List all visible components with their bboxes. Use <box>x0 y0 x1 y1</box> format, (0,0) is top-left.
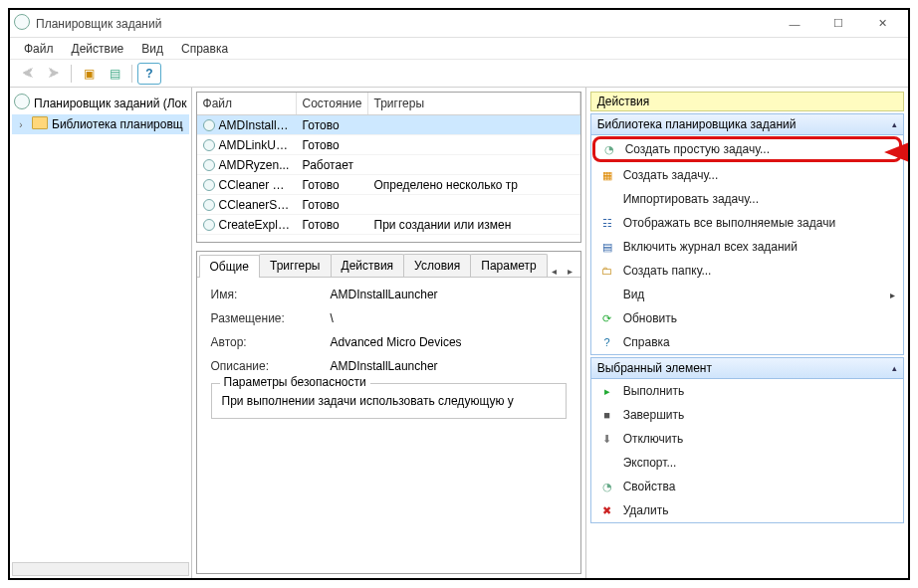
value-author: Advanced Micro Devices <box>331 335 462 349</box>
action-label: Отключить <box>623 432 684 446</box>
action-label: Отображать все выполняемые задачи <box>623 216 836 230</box>
close-button[interactable]: ✕ <box>860 10 904 38</box>
action-экспорт-[interactable]: Экспорт... <box>591 451 903 475</box>
collapse-icon: ▴ <box>892 363 897 373</box>
col-file[interactable]: Файл <box>197 93 297 114</box>
task-icon <box>203 199 215 211</box>
task-icon <box>203 139 215 151</box>
action-label: Завершить <box>623 408 685 422</box>
action-label: Экспорт... <box>623 456 677 470</box>
action-label: Вид <box>623 288 645 301</box>
action-label: Обновить <box>623 311 677 325</box>
task-details: Общие Триггеры Действия Условия Параметр… <box>196 251 581 574</box>
tree-root[interactable]: Планировщик заданий (Лок <box>12 92 189 114</box>
actions-pane-title: Действия <box>590 92 904 111</box>
value-name: AMDInstallLauncher <box>331 288 438 301</box>
action-обновить[interactable]: ⟳Обновить <box>591 306 903 330</box>
maximize-button[interactable]: ☐ <box>816 10 860 38</box>
refresh-icon: ⟳ <box>599 310 615 326</box>
action-создать-папку-[interactable]: 🗀Создать папку... <box>591 259 903 283</box>
chevron-right-icon: ▸ <box>890 290 895 300</box>
action-label: Импортировать задачу... <box>623 192 759 206</box>
toolbar-help-icon[interactable]: ? <box>137 63 161 85</box>
tree-library-label: Библиотека планировщ <box>52 117 183 131</box>
nav-tree[interactable]: Планировщик заданий (Лок › Библиотека пл… <box>10 88 192 578</box>
titlebar: Планировщик заданий — ☐ ✕ <box>10 10 908 38</box>
tab-scroll-left-icon[interactable]: ◂ <box>547 266 563 277</box>
blank-icon <box>599 191 615 207</box>
clock-icon: ◔ <box>599 479 615 494</box>
blank-icon <box>599 455 615 471</box>
security-legend: Параметры безопасности <box>220 375 370 389</box>
tab-triggers[interactable]: Триггеры <box>259 254 332 277</box>
action-включить-журнал-всех-заданий[interactable]: ▤Включить журнал всех заданий <box>591 235 903 259</box>
actions-section-selected[interactable]: Выбранный элемент ▴ <box>590 357 904 379</box>
action-выполнить[interactable]: ▸Выполнить <box>591 379 903 403</box>
back-button[interactable]: ⮜ <box>16 63 40 85</box>
clock-icon: ◔ <box>601 141 617 157</box>
action-label: Свойства <box>623 480 676 493</box>
task-icon <box>203 179 215 191</box>
action-отображать-все-выполняемые-задачи[interactable]: ☷Отображать все выполняемые задачи <box>591 211 903 235</box>
chevron-right-icon[interactable]: › <box>14 119 28 130</box>
tab-actions[interactable]: Действия <box>331 254 405 277</box>
action-отключить[interactable]: ⬇Отключить <box>591 427 903 451</box>
actions-section-selected-label: Выбранный элемент <box>597 361 712 375</box>
list-icon: ☷ <box>599 215 615 231</box>
action-label: Создать простую задачу... <box>625 142 770 156</box>
action-label: Включить журнал всех заданий <box>623 240 798 254</box>
log-icon: ▤ <box>599 239 615 255</box>
task-header-row: Файл Состояние Триггеры <box>197 93 580 115</box>
task-row[interactable]: CreateExplor...ГотовоПри создании или из… <box>197 215 580 235</box>
actions-pane: Действия Библиотека планировщика заданий… <box>586 88 908 578</box>
actions-section-library[interactable]: Библиотека планировщика заданий ▴ <box>590 113 904 135</box>
action-удалить[interactable]: ✖Удалить <box>591 498 903 522</box>
tab-conditions[interactable]: Условия <box>403 254 471 277</box>
menu-action[interactable]: Действие <box>64 40 132 58</box>
action-импортировать-задачу-[interactable]: Импортировать задачу... <box>591 187 903 211</box>
label-author: Автор: <box>211 335 331 349</box>
task-row[interactable]: CCleaner Up...ГотовоОпределено несколько… <box>197 175 580 195</box>
task-icon <box>203 159 215 171</box>
label-location: Размещение: <box>211 311 331 325</box>
folder-icon <box>32 116 48 132</box>
security-text: При выполнении задачи использовать следу… <box>222 394 556 408</box>
task-icon <box>203 119 215 131</box>
action-завершить[interactable]: ■Завершить <box>591 403 903 427</box>
folder-icon: 🗀 <box>599 263 615 279</box>
menu-file[interactable]: Файл <box>16 40 62 58</box>
tree-scrollbar[interactable] <box>12 562 189 576</box>
toolbar-columns-icon[interactable]: ▤ <box>103 63 126 85</box>
action-свойства[interactable]: ◔Свойства <box>591 475 903 498</box>
tab-settings[interactable]: Параметр <box>470 254 547 277</box>
task-row[interactable]: AMDInstallL...Готово <box>197 115 580 135</box>
callout-arrow-icon <box>884 140 908 164</box>
task-row[interactable]: AMDLinkUp...Готово <box>197 135 580 155</box>
value-description: AMDInstallLauncher <box>331 359 438 373</box>
tab-scroll-right-icon[interactable]: ▸ <box>563 266 578 277</box>
menu-help[interactable]: Справка <box>173 40 236 58</box>
task-row[interactable]: AMDRyzen...Работает <box>197 155 580 175</box>
action-справка[interactable]: ?Справка <box>591 330 903 354</box>
col-state[interactable]: Состояние <box>297 93 368 114</box>
action-вид[interactable]: Вид▸ <box>591 283 903 306</box>
value-location: \ <box>331 311 334 325</box>
run-icon: ▸ <box>599 383 615 399</box>
forward-button[interactable]: ⮞ <box>42 63 66 85</box>
tree-library[interactable]: › Библиотека планировщ <box>12 114 189 134</box>
action-создать-задачу-[interactable]: ▦Создать задачу... <box>591 163 903 187</box>
app-icon <box>14 14 30 33</box>
action-label: Удалить <box>623 503 669 517</box>
toolbar-explorer-icon[interactable]: ▣ <box>77 63 101 85</box>
menu-view[interactable]: Вид <box>133 40 171 58</box>
col-triggers[interactable]: Триггеры <box>368 93 580 114</box>
task-list[interactable]: Файл Состояние Триггеры AMDInstallL...Го… <box>196 92 581 243</box>
minimize-button[interactable]: — <box>773 10 816 38</box>
tab-general[interactable]: Общие <box>199 255 260 278</box>
task-row[interactable]: CCleanerSki...Готово <box>197 195 580 215</box>
cal-icon: ▦ <box>599 167 615 183</box>
task-icon <box>203 219 215 231</box>
toolbar: ⮜ ⮞ ▣ ▤ ? <box>10 60 908 88</box>
action-создать-простую-задачу-[interactable]: ◔Создать простую задачу... <box>592 136 902 162</box>
menubar: Файл Действие Вид Справка <box>10 38 908 60</box>
